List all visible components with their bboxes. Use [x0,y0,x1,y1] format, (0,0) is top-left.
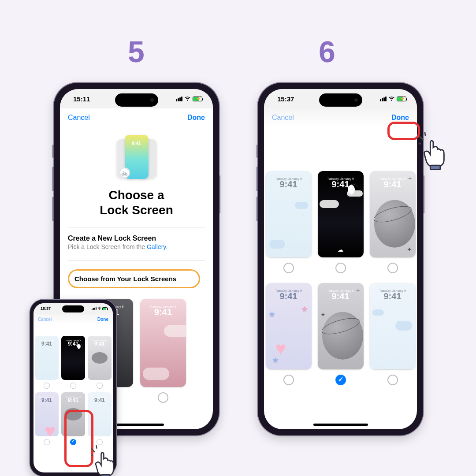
radio-selected[interactable] [335,375,346,385]
gallery-link[interactable]: Gallery [147,243,166,250]
nav-bar: Cancel Done [33,314,113,324]
lock-screen-option[interactable]: Tuesday, January 99:41 [140,299,186,403]
status-icons [92,307,108,310]
hero-section: 9:41 🚲 Choose a Lock Screen [60,127,213,217]
svg-line-5 [424,132,425,136]
lock-screen-option[interactable]: Tuesday, January 99:41 [88,336,112,390]
done-button[interactable]: Done [391,114,409,122]
lock-screen-option[interactable]: Tuesday, January 99:41 [266,171,312,273]
highlight-done-button [387,122,420,140]
radio-unselected[interactable] [335,263,346,273]
svg-rect-7 [430,165,440,169]
lock-screen-option[interactable]: ★ ★ ★ Tuesday, January 99:41 [266,283,312,385]
battery-icon: ⚡ [397,97,406,101]
cancel-button[interactable]: Cancel [38,317,52,322]
nav-bar: Cancel Done [60,108,213,127]
wifi-icon [184,97,191,101]
lock-screen-option[interactable]: Tuesday, January 99:41 [35,336,59,390]
battery-icon: ⚡ [193,97,202,101]
choose-from-lock-screens[interactable]: Choose from Your Lock Screens [68,269,200,288]
home-indicator [313,424,368,426]
wifi-icon [97,307,101,310]
status-icons: ⚡ [380,97,406,101]
paw-icon: ☁ [338,246,343,253]
status-time: 15:37 [41,306,51,311]
radio-unselected[interactable] [283,263,294,273]
page-title: Choose a Lock Screen [60,188,213,217]
step-number-5: 5 [128,34,145,69]
done-button[interactable]: Done [97,317,108,322]
lock-screen-option[interactable]: Tuesday, January 99:41 [61,336,85,390]
status-time: 15:11 [73,95,90,103]
tap-indicator-icon [419,132,460,174]
cancel-button[interactable]: Cancel [68,114,90,122]
battery-icon [102,307,108,310]
lock-screen-grid: Tuesday, January 99:41 Tuesday, January … [264,127,417,385]
cellular-icon [380,97,387,101]
radio-unselected[interactable] [387,263,398,273]
done-button[interactable]: Done [187,114,205,122]
focus-badge-icon: 🚲 [119,167,130,178]
status-bar: 15:11 ⚡ [60,89,213,108]
lock-screen-option[interactable]: Tuesday, January 99:41 [370,283,416,385]
dynamic-island [319,93,362,107]
cancel-button[interactable]: Cancel [272,114,294,122]
radio-unselected[interactable] [387,375,398,385]
lock-screen-option[interactable]: + ✦ Tuesday, January 99:41 [370,171,416,273]
radio-unselected[interactable] [158,392,168,403]
cellular-icon [176,97,182,101]
step-number-6: 6 [319,34,335,69]
create-new-subtitle: Pick a Lock Screen from the Gallery. [60,242,213,250]
lock-screen-option[interactable]: Tuesday, January 99:41 ☁ [318,171,364,273]
radio-unselected[interactable] [283,375,294,385]
home-indicator [109,424,164,426]
hero-preview-time: 9:41 [132,141,141,146]
hero-preview-stack: 9:41 🚲 [117,133,156,182]
highlight-selected-wallpaper [64,410,93,467]
status-bar: 15:37 [33,303,113,314]
lock-screen-option[interactable]: + ✦ Tuesday, January 99:41 [318,283,364,385]
wifi-icon [388,97,395,101]
create-new-title: Create a New Lock Screen [60,234,213,242]
status-time: 15:37 [277,95,294,103]
dynamic-island [115,93,158,107]
status-icons: ⚡ [176,97,202,101]
status-bar: 15:37 ⚡ [264,89,417,108]
cellular-icon [92,307,97,310]
lock-screen-option[interactable]: Tuesday, January 99:41 [35,392,59,447]
